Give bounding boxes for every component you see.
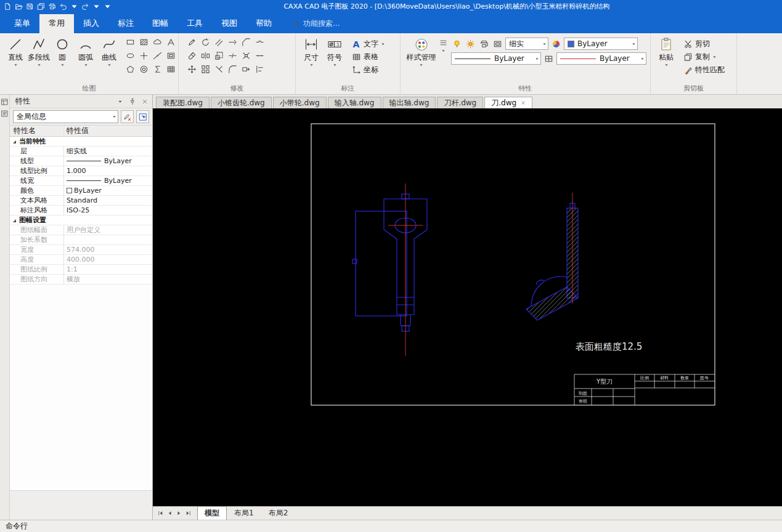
dimension-button[interactable]: 尺寸 xyxy=(299,36,323,67)
array-button[interactable] xyxy=(200,64,211,76)
panel-menu-caret-icon[interactable] xyxy=(116,97,124,106)
menu-tab-视图[interactable]: 视图 xyxy=(212,14,246,33)
menu-tab-图幅[interactable]: 图幅 xyxy=(143,14,177,33)
scope-select[interactable]: 全局信息 xyxy=(13,110,118,123)
doc-tab-刀.dwg[interactable]: 刀.dwg xyxy=(484,97,532,108)
draw-tool-arc-button[interactable]: 圆弧 xyxy=(74,36,97,67)
polygon-button[interactable] xyxy=(124,64,136,76)
doc-tab-小锥齿轮.dwg[interactable]: 小锥齿轮.dwg xyxy=(211,97,272,108)
table-button[interactable]: 表格 xyxy=(349,50,388,63)
last-page-icon[interactable] xyxy=(184,509,192,518)
property-value[interactable]: 细实线 xyxy=(64,147,152,156)
break-button[interactable] xyxy=(227,50,238,62)
menu-tab-工具[interactable]: 工具 xyxy=(177,14,212,33)
match-properties-button[interactable]: 特性匹配 xyxy=(680,63,727,76)
mtext-button[interactable] xyxy=(165,37,177,49)
menu-tab-帮助[interactable]: 帮助 xyxy=(246,14,281,33)
property-value[interactable]: 1:1 xyxy=(64,265,152,274)
draw-tool-spline-button[interactable]: 曲线 xyxy=(97,36,121,67)
caret-down-icon[interactable] xyxy=(309,63,314,67)
close-panel-icon[interactable] xyxy=(141,97,149,106)
doc-tab-装配图.dwg[interactable]: 装配图.dwg xyxy=(156,97,210,108)
caret-down-icon[interactable] xyxy=(37,63,41,67)
property-value[interactable]: ISO-25 xyxy=(64,206,152,215)
command-line[interactable]: 命令行 xyxy=(0,520,782,532)
mirror-button[interactable] xyxy=(200,50,211,62)
select-filter-button[interactable] xyxy=(136,110,149,123)
cloud-button[interactable] xyxy=(152,37,163,49)
lineweight-combo[interactable]: ByLayer xyxy=(556,52,646,65)
drawing-canvas[interactable]: Y型刀 比例 材料 数量 图号 制图 审核 xyxy=(153,108,782,506)
layer-freeze-sun-icon[interactable] xyxy=(465,38,476,50)
donut-button[interactable] xyxy=(138,64,150,76)
table-button[interactable] xyxy=(165,64,177,76)
rotate-button[interactable] xyxy=(200,37,211,49)
property-value[interactable]: 用户自定义 xyxy=(64,225,152,235)
paste-button[interactable]: 粘贴 xyxy=(654,36,678,67)
property-value[interactable] xyxy=(64,235,152,244)
caret-down-icon[interactable] xyxy=(69,1,79,11)
open-file-icon[interactable] xyxy=(14,1,24,11)
lineweight-grid-icon[interactable] xyxy=(543,53,555,65)
property-value[interactable]: 400.000 xyxy=(64,255,152,264)
copy-button[interactable]: 复制 xyxy=(680,50,727,63)
function-search[interactable]: 功能搜索... xyxy=(292,18,340,29)
caret-down-icon[interactable] xyxy=(441,49,446,53)
pin-icon[interactable] xyxy=(128,97,137,106)
layout-tab-布局2[interactable]: 布局2 xyxy=(261,506,296,520)
draw-tool-circle-button[interactable]: 圆 xyxy=(51,36,74,67)
linetype-combo[interactable]: ByLayer xyxy=(451,52,541,65)
text-button[interactable]: A 文字 xyxy=(349,38,388,50)
caret-down-icon[interactable] xyxy=(91,1,102,11)
properties-palette-tab[interactable] xyxy=(1,98,9,106)
point-button[interactable] xyxy=(138,50,150,62)
draw-tool-polyline-button[interactable]: 多段线 xyxy=(27,36,51,67)
library-palette-tab[interactable] xyxy=(1,110,9,118)
property-value[interactable]: ByLayer xyxy=(64,156,152,166)
prev-page-icon[interactable] xyxy=(165,509,174,518)
xline-button[interactable] xyxy=(152,50,163,62)
divide-button[interactable] xyxy=(254,50,266,62)
close-doc-icon[interactable] xyxy=(521,100,526,105)
first-page-icon[interactable] xyxy=(156,509,165,518)
caret-down-icon[interactable] xyxy=(102,1,113,11)
layer-print-icon[interactable] xyxy=(478,38,490,50)
extend-button[interactable] xyxy=(227,37,238,49)
property-value[interactable]: ByLayer xyxy=(64,186,152,195)
cut-button[interactable]: 剪切 xyxy=(680,38,727,50)
caret-down-icon[interactable] xyxy=(419,63,423,67)
clear-properties-button[interactable] xyxy=(121,110,134,123)
formula-button[interactable] xyxy=(152,64,163,76)
menu-tab-标注[interactable]: 标注 xyxy=(108,14,143,33)
section-header-0[interactable]: 当前特性 xyxy=(10,137,152,147)
doc-tab-刀杆.dwg[interactable]: 刀杆.dwg xyxy=(437,97,483,108)
frame-button[interactable] xyxy=(165,50,177,62)
caret-down-icon[interactable] xyxy=(333,63,337,67)
new-file-icon[interactable] xyxy=(2,1,13,11)
layer-combo[interactable]: 细实 xyxy=(505,38,548,50)
explode-button[interactable] xyxy=(240,50,252,62)
doc-tab-输出轴.dwg[interactable]: 输出轴.dwg xyxy=(383,97,436,108)
redo-icon[interactable] xyxy=(80,1,91,11)
caret-down-icon[interactable] xyxy=(664,63,669,67)
align-button[interactable] xyxy=(254,64,266,76)
trim-button[interactable] xyxy=(213,64,225,76)
offset-button[interactable] xyxy=(213,37,225,49)
property-value[interactable]: 1.000 xyxy=(64,166,152,175)
draw-tool-line-button[interactable]: 直线 xyxy=(4,36,27,67)
caret-down-icon[interactable] xyxy=(107,63,112,67)
property-value[interactable]: 横放 xyxy=(64,275,152,284)
chamfer-button[interactable] xyxy=(240,37,252,49)
coordinate-button[interactable]: 坐标 xyxy=(349,63,388,76)
doc-tab-小带轮.dwg[interactable]: 小带轮.dwg xyxy=(273,97,327,108)
hatch-button[interactable] xyxy=(138,37,150,49)
stretch-button[interactable] xyxy=(240,64,252,76)
color-combo[interactable]: ByLayer xyxy=(564,38,638,50)
layer-on-bulb-icon[interactable] xyxy=(451,38,463,50)
style-manager-button[interactable]: 样式管理 xyxy=(404,36,438,67)
ellipse-button[interactable] xyxy=(124,50,136,62)
section-header-1[interactable]: 图幅设置 xyxy=(10,216,152,225)
next-page-icon[interactable] xyxy=(174,509,183,518)
colorwheel-icon[interactable] xyxy=(550,38,562,50)
print-icon[interactable] xyxy=(47,1,57,11)
